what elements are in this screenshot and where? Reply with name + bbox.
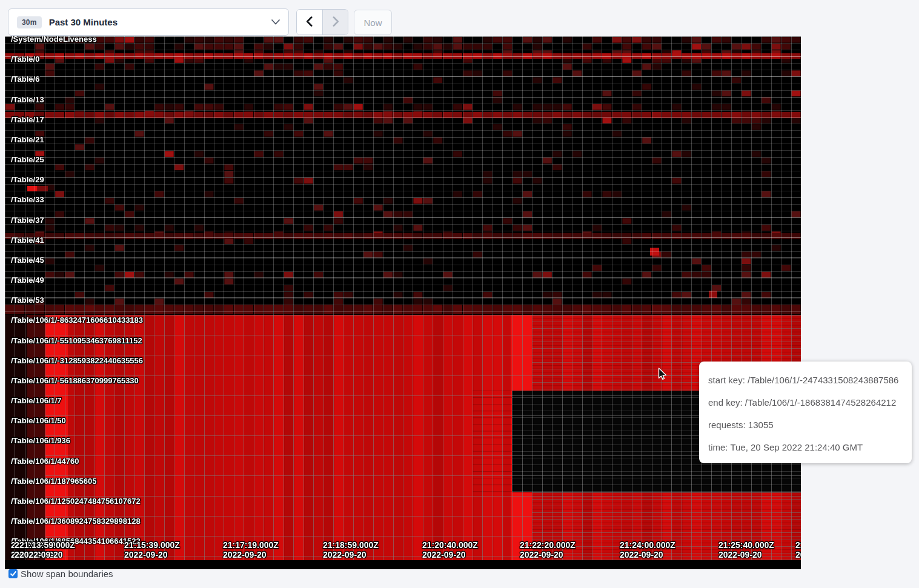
row-label: /Table/29: [11, 176, 44, 184]
time-tick: 21:15:39.000Z2022-09-20: [124, 540, 180, 560]
tooltip-requests: requests: 13055: [708, 414, 906, 436]
keyvis-heatmap-canvas[interactable]: [5, 36, 801, 569]
row-label: /Table/21: [11, 136, 44, 144]
row-label: /Table/49: [11, 276, 44, 285]
cursor-icon: [655, 367, 669, 383]
time-tick: 21:13:59.000Z2022-09-20: [19, 540, 75, 560]
row-label: /Table/106/1/-8632471606610433183: [11, 316, 143, 325]
row-label: /Table/106/1/3608924758329898128: [11, 517, 141, 526]
row-label: /Table/106/1/1250247484756107672: [11, 497, 141, 506]
tooltip-start-key: start key: /Table/106/1/-247433150824388…: [708, 369, 906, 391]
row-label: /Table/0: [11, 55, 39, 64]
row-label: /Table/106/1/-5510953463769811152: [11, 337, 142, 345]
time-range-dropdown[interactable]: 30m Past 30 Minutes: [8, 8, 289, 36]
row-label: /Table/17: [11, 116, 44, 124]
row-label: /Table/53: [11, 296, 44, 305]
row-label: /System/NodeLiveness: [11, 36, 97, 44]
chevron-left-icon: [305, 16, 315, 29]
tooltip-time: time: Tue, 20 Sep 2022 21:24:40 GMT: [708, 436, 906, 458]
toolbar: 30m Past 30 Minutes Now: [0, 0, 919, 36]
row-label: /Table/41: [11, 236, 44, 245]
row-label: /Table/106/1/44760: [11, 457, 79, 466]
time-tick: 21:17:19.000Z2022-09-20: [223, 540, 279, 560]
now-button[interactable]: Now: [354, 10, 392, 35]
row-label: /Table/33: [11, 196, 44, 204]
show-span-boundaries-checkbox[interactable]: [8, 569, 18, 578]
row-label: /Table/106/1/7: [11, 397, 62, 405]
row-label: /Table/106/1/-3128593822440635556: [11, 357, 143, 365]
time-range-label: Past 30 Minutes: [49, 17, 271, 27]
next-time-button[interactable]: [322, 10, 348, 35]
row-label: /Table/106/1/-561886370999765330: [11, 377, 139, 385]
time-tick: 21:25:40.000Z2022-09-20: [718, 540, 774, 560]
time-tick: 21:20:40.000Z2022-09-20: [422, 540, 478, 560]
row-label: /Table/37: [11, 216, 44, 225]
time-tick: 21:27:20.000Z2022-09-20: [795, 540, 801, 560]
time-tick: 21:22:20.000Z2022-09-20: [520, 540, 576, 560]
checkmark-icon: [10, 569, 17, 580]
row-label: /Table/106/1/936: [11, 437, 70, 445]
row-label: /Table/25: [11, 156, 44, 164]
row-label: /Table/45: [11, 256, 44, 265]
row-label: /Table/106/1/50: [11, 417, 66, 425]
row-label: /Table/6: [11, 75, 39, 84]
time-tick: 21:18:59.000Z2022-09-20: [323, 540, 379, 560]
prev-time-button[interactable]: [297, 10, 322, 35]
show-span-boundaries-label: Show span boundaries: [21, 569, 113, 579]
chevron-down-icon: [271, 19, 280, 25]
show-span-boundaries: Show span boundaries: [8, 569, 113, 579]
hover-tooltip: start key: /Table/106/1/-247433150824388…: [699, 362, 912, 463]
keyvisualizer-page: 30m Past 30 Minutes Now /System/NodeLive…: [0, 0, 919, 588]
chevron-right-icon: [330, 16, 340, 29]
heatmap-panel: /System/NodeLiveness/Table/0/Table/6/Tab…: [5, 36, 801, 569]
row-label: /Table/13: [11, 96, 44, 104]
time-nav-group: [296, 9, 348, 35]
tooltip-end-key: end key: /Table/106/1/-18683814745282642…: [708, 391, 906, 414]
row-label: /Table/106/1/187965605: [11, 477, 96, 486]
time-tick: 21:24:00.000Z2022-09-20: [620, 540, 675, 560]
time-range-badge: 30m: [17, 16, 42, 28]
